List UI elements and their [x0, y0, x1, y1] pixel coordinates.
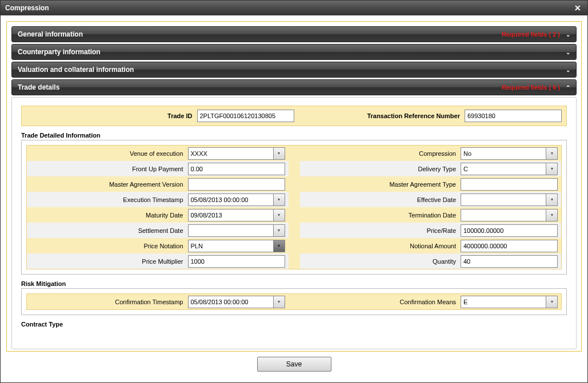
close-icon[interactable]: ✕	[573, 3, 583, 13]
trn-input[interactable]	[465, 110, 562, 122]
compression-select[interactable]: No▾	[461, 147, 558, 160]
save-button[interactable]: Save	[257, 357, 331, 372]
dropdown-icon: ▾	[273, 296, 285, 308]
conf-ts-label: Confirmation Timestamp	[30, 299, 188, 305]
maturity-label: Maturity Date	[30, 212, 188, 219]
exec-label: Execution Timestamp	[30, 196, 188, 203]
trade-id-label: Trade ID	[26, 112, 197, 119]
acc-title-valuation: Valuation and collateral information	[18, 66, 566, 74]
pmult-input[interactable]	[188, 255, 285, 268]
dropdown-icon: ▾	[273, 148, 285, 159]
chevron-down-icon: ⌄	[566, 31, 570, 38]
price-input[interactable]	[461, 224, 558, 237]
acc-body-trade: Trade ID Transaction Reference Number Tr…	[11, 97, 577, 349]
fieldset-risk: Risk Mitigation Confirmation Timestamp 0…	[21, 280, 567, 315]
trade-id-row: Trade ID Transaction Reference Number	[21, 106, 567, 126]
title-bar: Compression ✕	[1, 1, 587, 15]
notional-input[interactable]	[461, 240, 558, 252]
compression-label: Compression	[303, 150, 461, 157]
price-notation-select[interactable]: PLN▾	[188, 240, 285, 252]
delivery-label: Delivery Type	[303, 166, 461, 172]
mav-label: Master Agreement Version	[30, 181, 188, 188]
modal-body: General information Required fields ( 2 …	[1, 15, 587, 382]
mat-input[interactable]	[461, 178, 558, 191]
conf-means-select[interactable]: E▾	[461, 296, 558, 308]
exec-timestamp-input[interactable]: 05/08/2013 00:00:00▾	[188, 193, 285, 206]
modal-window: Compression ✕ General information Requir…	[0, 0, 588, 383]
price-label: Price/Rate	[303, 227, 461, 234]
delivery-select[interactable]: C▾	[461, 163, 558, 175]
venue-label: Venue of execution	[30, 150, 188, 157]
settle-label: Settlement Date	[30, 227, 188, 234]
frontup-input[interactable]	[188, 163, 285, 175]
required-badge-trade: Required fields ( 6 )	[502, 84, 560, 91]
acc-header-valuation[interactable]: Valuation and collateral information ⌄	[11, 62, 577, 78]
conf-means-label: Confirmation Means	[303, 299, 461, 305]
modal-inner: General information Required fields ( 2 …	[6, 21, 582, 352]
dropdown-icon: ▾	[546, 194, 557, 205]
trn-label: Transaction Reference Number	[294, 112, 465, 119]
mat-label: Master Agreement Type	[303, 181, 461, 188]
accordion: General information Required fields ( 2 …	[11, 26, 577, 351]
mav-input[interactable]	[188, 178, 285, 191]
required-badge-general: Required fields ( 2 )	[502, 31, 560, 38]
acc-title-trade: Trade details	[18, 83, 502, 91]
fieldset-legend-risk: Risk Mitigation	[21, 280, 567, 287]
acc-header-counterparty[interactable]: Counterparty information ⌄	[11, 44, 577, 60]
termination-date-input[interactable]: ▾	[461, 209, 558, 221]
trade-id-input[interactable]	[197, 110, 294, 122]
pnotation-label: Price Notation	[30, 243, 188, 249]
settlement-date-input[interactable]: ▾	[188, 224, 285, 237]
chevron-up-icon: ⌃	[566, 84, 570, 91]
venue-select[interactable]: XXXX▾	[188, 147, 285, 160]
acc-scroll-area[interactable]: Trade ID Transaction Reference Number Tr…	[12, 98, 576, 349]
eff-label: Effective Date	[303, 196, 461, 203]
footer: Save	[6, 352, 582, 377]
frontup-label: Front Up Payment	[30, 166, 188, 172]
acc-title-counterparty: Counterparty information	[18, 48, 566, 56]
dropdown-icon: ▾	[273, 225, 285, 236]
effective-date-input[interactable]: ▾	[461, 193, 558, 206]
fieldset-legend-detailed: Trade Detailed Information	[21, 132, 567, 139]
chevron-down-icon: ⌄	[566, 49, 570, 55]
fieldset-legend-contract: Contract Type	[21, 321, 567, 328]
fieldset-detailed: Trade Detailed Information Venue of exec…	[21, 132, 567, 275]
term-label: Termination Date	[303, 212, 461, 219]
qty-label: Quantity	[303, 258, 461, 265]
notional-label: Notional Amount	[303, 243, 461, 249]
dropdown-icon: ▾	[273, 209, 285, 221]
conf-ts-input[interactable]: 05/08/2013 00:00:00▾	[188, 296, 285, 308]
dropdown-icon: ▾	[546, 163, 557, 175]
acc-header-general[interactable]: General information Required fields ( 2 …	[11, 26, 577, 42]
maturity-date-input[interactable]: 09/08/2013▾	[188, 209, 285, 221]
dropdown-icon: ▾	[546, 148, 557, 159]
pmult-label: Price Multiplier	[30, 258, 188, 265]
dropdown-icon: ▾	[273, 240, 285, 252]
dropdown-icon: ▾	[546, 209, 557, 221]
window-title: Compression	[5, 4, 573, 12]
dropdown-icon: ▾	[546, 296, 557, 308]
acc-title-general: General information	[18, 30, 502, 38]
chevron-down-icon: ⌄	[566, 67, 570, 73]
acc-header-trade[interactable]: Trade details Required fields ( 6 ) ⌃	[11, 79, 577, 95]
qty-input[interactable]	[461, 255, 558, 268]
dropdown-icon: ▾	[273, 194, 285, 205]
